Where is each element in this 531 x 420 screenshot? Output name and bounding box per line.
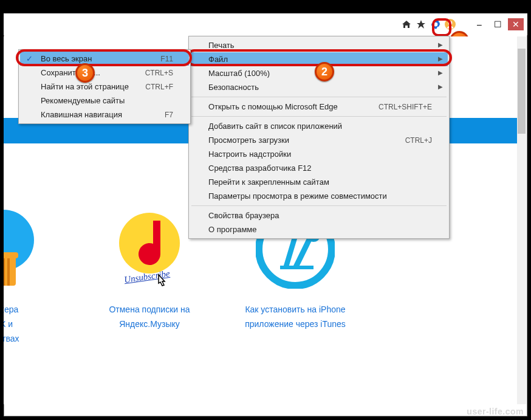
card-1[interactable]: нджера ПК и ойствах [4,207,58,346]
menu-item-label: Параметры просмотра в режиме совместимос… [208,191,432,201]
tools-menu-item[interactable]: Средства разработчика F12 [190,161,448,175]
tools-menu-item[interactable]: Безопасность▶ [190,80,448,94]
menu-shortcut: CTRL+F [145,83,173,91]
star-icon[interactable] [414,18,428,31]
menu-item-label: Открыть с помощью Microsoft Edge [208,102,379,111]
card-1-link[interactable]: нджера ПК и ойствах [4,305,19,343]
file-submenu-item[interactable]: Сохранить как...CTRL+S [20,66,189,80]
watermark: user-life.com [467,407,524,416]
menu-item-label: Просмотреть загрузки [208,136,405,145]
tools-menu-item[interactable]: Настроить надстройки [190,147,448,161]
file-submenu-item[interactable]: Найти на этой страницеCTRL+F [20,80,189,94]
home-icon[interactable] [400,18,413,31]
file-submenu-item[interactable]: ✓Во весь экранF11 [20,52,189,66]
tools-menu-item[interactable]: Перейти к закрепленным сайтам [190,175,448,189]
scrollbar-thumb[interactable] [518,49,526,134]
svg-rect-7 [4,255,5,286]
vertical-scrollbar[interactable] [517,36,526,404]
menu-shortcut: F7 [165,111,173,119]
tools-menu-item[interactable]: Свойства браузера [190,208,448,222]
close-button[interactable]: ✕ [508,18,524,30]
file-submenu-item[interactable]: Клавишная навигацияF7 [20,108,189,122]
chevron-right-icon: ▶ [438,83,443,90]
cursor-icon [154,272,173,291]
maximize-button[interactable]: ☐ [490,18,505,30]
menu-shortcut: CTRL+J [405,136,432,145]
menu-item-label: Найти на этой странице [41,82,145,91]
check-icon: ✓ [26,54,33,63]
menu-separator [191,116,447,117]
tools-menu-item[interactable]: О программе [190,222,448,236]
svg-point-1 [448,21,453,25]
menu-item-label: Перейти к закрепленным сайтам [208,177,432,187]
card-3-link[interactable]: Как установить на iPhone приложение чере… [245,305,346,329]
titlebar: – ☐ ✕ [4,13,527,35]
menu-item-label: Безопасность [208,83,432,92]
callout-3: 3 [75,63,95,83]
menu-shortcut: CTRL+SHIFT+E [379,103,432,111]
card-2-link[interactable]: Отмена подписки на Яндекс.Музыку [109,305,190,329]
menu-separator [191,97,447,97]
svg-rect-12 [280,266,313,269]
menu-item-label: Средства разработчика F12 [208,164,432,173]
menu-item-label: Настроить надстройки [208,150,432,159]
menu-item-label: Печать [208,41,432,50]
callout-2: 2 [315,62,334,81]
gear-icon[interactable] [429,18,442,31]
card-2[interactable]: Unsubscribe Отмена подписки на Яндекс.Му… [95,207,204,346]
menu-item-label: Во весь экран [41,54,160,63]
menu-separator [191,205,447,206]
menu-item-label: Добавить сайт в список приложений [208,122,432,131]
tools-menu-item[interactable]: Параметры просмотра в режиме совместимос… [190,189,448,203]
svg-rect-8 [7,255,10,286]
file-submenu: ✓Во весь экранF11Сохранить как...CTRL+SН… [18,49,191,124]
chevron-right-icon: ▶ [438,69,443,76]
menu-item-label: Рекомендуемые сайты [41,96,173,105]
menu-shortcut: CTRL+S [145,69,173,77]
menu-item-label: О программе [208,225,432,234]
user-icon[interactable] [444,18,457,31]
menu-item-label: Клавишная навигация [41,110,165,119]
tools-menu-item[interactable]: Добавить сайт в список приложений [190,119,448,133]
tools-menu-item[interactable]: Печать▶ [190,38,448,52]
minimize-button[interactable]: – [471,18,487,30]
menu-item-label: Свойства браузера [208,211,432,220]
tools-menu-item[interactable]: Просмотреть загрузкиCTRL+J [190,133,448,147]
menu-shortcut: F11 [160,55,173,63]
svg-rect-9 [4,252,18,258]
file-submenu-item[interactable]: Рекомендуемые сайты [20,94,189,108]
chevron-right-icon: ▶ [438,55,443,62]
tools-menu-item[interactable]: Открыть с помощью Microsoft EdgeCTRL+SHI… [190,100,448,114]
chevron-right-icon: ▶ [438,41,443,48]
